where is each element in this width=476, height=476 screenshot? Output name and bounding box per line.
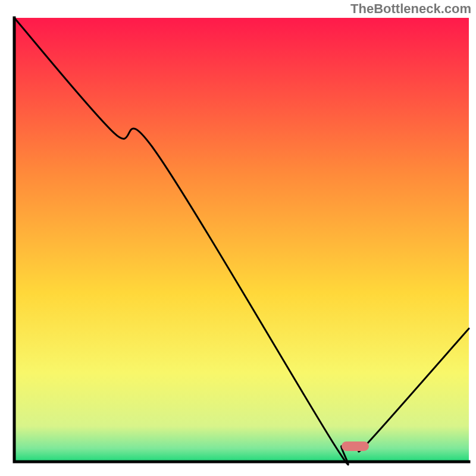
- watermark-text: TheBottleneck.com: [350, 1, 471, 17]
- bottleneck-chart: [0, 0, 476, 476]
- optimal-range-marker: [342, 441, 369, 451]
- chart-container: TheBottleneck.com: [0, 0, 476, 476]
- chart-background: [14, 18, 469, 462]
